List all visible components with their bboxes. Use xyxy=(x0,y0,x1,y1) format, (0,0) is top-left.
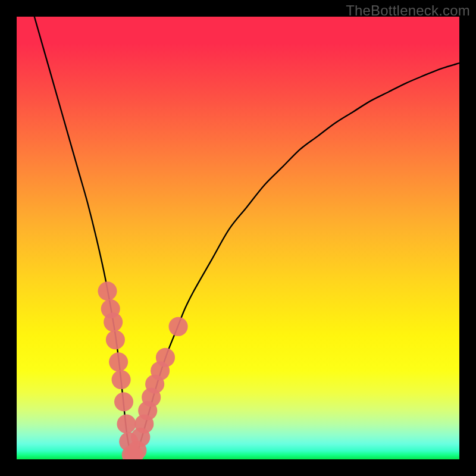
curve-group xyxy=(35,17,459,457)
highlight-dot xyxy=(109,352,128,371)
chart-frame: TheBottleneck.com xyxy=(0,0,476,476)
highlight-dot xyxy=(117,414,136,433)
highlight-dot xyxy=(106,330,125,349)
watermark-text: TheBottleneck.com xyxy=(346,2,470,19)
highlight-dot xyxy=(169,317,188,336)
highlight-dot xyxy=(104,312,123,331)
curve-svg xyxy=(17,17,459,459)
highlight-dot xyxy=(156,348,175,367)
highlight-dot xyxy=(114,392,133,411)
highlight-dot xyxy=(112,370,131,389)
marker-group xyxy=(98,281,187,459)
plot-area xyxy=(17,17,459,459)
bottleneck-curve xyxy=(35,17,459,457)
highlight-dot xyxy=(98,281,117,300)
